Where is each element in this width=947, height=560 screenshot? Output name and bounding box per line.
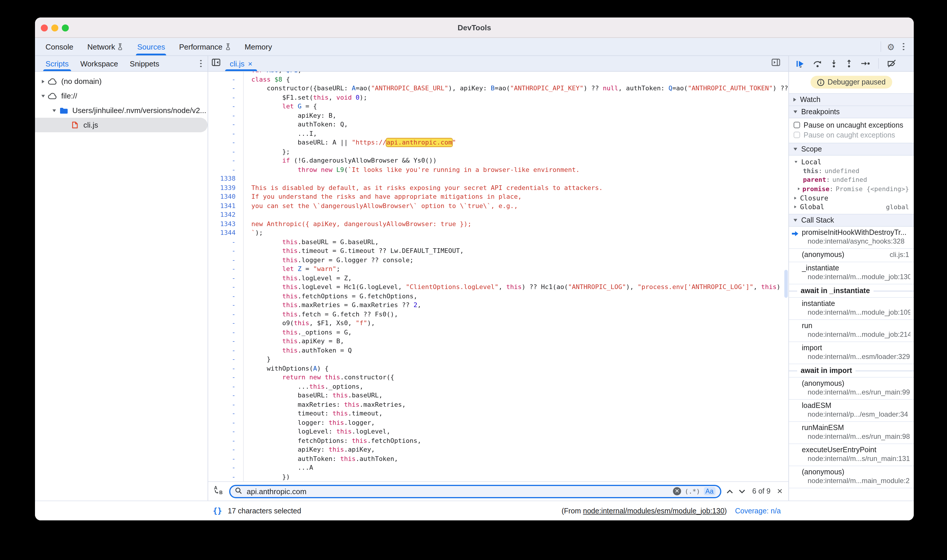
- gutter-line[interactable]: -: [208, 75, 236, 85]
- code-line-11[interactable]: if (!G.dangerouslyAllowBrowser && Ys0()): [251, 157, 788, 166]
- code-line-34[interactable]: withOptions(A) {: [251, 365, 788, 374]
- gutter-line[interactable]: -: [208, 148, 236, 157]
- code-line-12[interactable]: throw new L9(`It looks like you're runni…: [251, 166, 788, 175]
- tree-item-file-[interactable]: file://: [35, 89, 208, 103]
- search-field[interactable]: ✕ (.*) Aa: [229, 485, 721, 498]
- close-tab-icon[interactable]: ×: [248, 59, 253, 68]
- gutter-line[interactable]: -: [208, 383, 236, 392]
- pretty-print-icon[interactable]: {}: [213, 506, 222, 515]
- gear-icon[interactable]: ⚙: [887, 42, 895, 51]
- gutter-line[interactable]: -: [208, 157, 236, 166]
- code-line-26[interactable]: this.fetchOptions = G.fetchOptions,: [251, 292, 788, 301]
- gutter-line[interactable]: -: [208, 238, 236, 247]
- code-line-3[interactable]: constructor({baseURL: A=ao("ANTHROPIC_BA…: [251, 85, 788, 94]
- gutter-line[interactable]: -: [208, 85, 236, 94]
- code-line-15[interactable]: If you understand the risks and have app…: [251, 193, 788, 202]
- gutter-line[interactable]: 1341: [208, 202, 236, 211]
- match-case-toggle[interactable]: Aa: [703, 487, 715, 495]
- code-line-33[interactable]: }: [251, 355, 788, 365]
- gutter-line[interactable]: -: [208, 464, 236, 473]
- subtab-scripts[interactable]: Scripts: [40, 56, 74, 71]
- code-line-2[interactable]: class $8 {: [251, 75, 788, 85]
- code-line-46[interactable]: }): [251, 473, 788, 482]
- call-stack-frame[interactable]: instantiatenode:internal/m...module_job:…: [789, 298, 914, 320]
- code-line-43[interactable]: apiKey: this.apiKey,: [251, 446, 788, 455]
- code-line-42[interactable]: fetchOptions: this.fetchOptions,: [251, 437, 788, 446]
- gutter-line[interactable]: -: [208, 355, 236, 365]
- call-stack-frame[interactable]: (anonymous)node:internal/m...es/run_main…: [789, 378, 914, 400]
- replace-toggle-icon[interactable]: AB: [213, 485, 225, 498]
- gutter-line[interactable]: -: [208, 410, 236, 419]
- resume-button[interactable]: [796, 60, 805, 67]
- tab-memory[interactable]: Memory: [238, 38, 279, 55]
- section-breakpoints[interactable]: Breakpoints: [789, 106, 914, 118]
- code-line-9[interactable]: baseURL: A || "https://api.anthropic.com…: [251, 139, 788, 148]
- gutter-line[interactable]: -: [208, 166, 236, 175]
- code-editor[interactable]: ------------1338133913401341134213431344…: [208, 72, 788, 482]
- gutter-line[interactable]: 1340: [208, 193, 236, 202]
- call-stack-frame[interactable]: _instantiatenode:internal/m...module_job…: [789, 262, 914, 285]
- scope-prop-parent[interactable]: parent:undefined: [789, 175, 914, 185]
- code-line-22[interactable]: this.logger = G.logger ?? console;: [251, 256, 788, 265]
- code-line-18[interactable]: new Anthropic({ apiKey, dangerouslyAllow…: [251, 220, 788, 229]
- gutter-line[interactable]: -: [208, 247, 236, 256]
- gutter-line[interactable]: -: [208, 337, 236, 346]
- tab-sources[interactable]: Sources: [130, 38, 172, 55]
- gutter-line[interactable]: -: [208, 428, 236, 437]
- gutter-line[interactable]: -: [208, 112, 236, 121]
- code-line-32[interactable]: this.authToken = Q: [251, 346, 788, 355]
- chevron-down-icon[interactable]: [40, 94, 47, 98]
- gutter-line[interactable]: -: [208, 130, 236, 139]
- code-line-38[interactable]: maxRetries: this.maxRetries,: [251, 401, 788, 410]
- code-line-37[interactable]: baseURL: this.baseURL,: [251, 392, 788, 401]
- code-line-24[interactable]: this.logLevel = Z,: [251, 274, 788, 283]
- clear-search-icon[interactable]: ✕: [673, 487, 681, 495]
- code-line-23[interactable]: let Z = "warn";: [251, 265, 788, 274]
- code-line-20[interactable]: this.baseURL = G.baseURL,: [251, 238, 788, 247]
- more-menu-icon[interactable]: [901, 43, 907, 51]
- tree-item-users-jinhuilee-nvm-versions-node-v2-[interactable]: Users/jinhuilee/.nvm/versions/node/v2...: [35, 103, 208, 118]
- code-line-31[interactable]: this.apiKey = B,: [251, 337, 788, 346]
- code-line-36[interactable]: ...this._options,: [251, 383, 788, 392]
- code-line-21[interactable]: this.timeout = G.timeout ?? Lw.DEFAULT_T…: [251, 247, 788, 256]
- code-line-40[interactable]: logger: this.logger,: [251, 419, 788, 428]
- tab-console[interactable]: Console: [39, 38, 80, 55]
- gutter-line[interactable]: -: [208, 103, 236, 112]
- regex-toggle[interactable]: (.*): [685, 488, 700, 495]
- tree-item--no-domain-[interactable]: (no domain): [35, 74, 208, 89]
- code-line-14[interactable]: This is disabled by default, as it risks…: [251, 184, 788, 193]
- tab-cli-js[interactable]: cli.js ×: [224, 56, 258, 71]
- navigator-more-icon[interactable]: [198, 60, 208, 67]
- gutter-line[interactable]: -: [208, 274, 236, 283]
- gutter-line[interactable]: -: [208, 437, 236, 446]
- gutter-line[interactable]: -: [208, 419, 236, 428]
- gutter-line[interactable]: -: [208, 365, 236, 374]
- gutter-line[interactable]: -: [208, 283, 236, 292]
- scope-group-closure[interactable]: Closure: [789, 194, 914, 203]
- gutter-line[interactable]: -: [208, 72, 236, 75]
- hide-navigator-icon[interactable]: [212, 58, 221, 69]
- code-line-41[interactable]: logLevel: this.logLevel,: [251, 428, 788, 437]
- code-content[interactable]: var Xs0, $F1;class $8 { constructor({bas…: [244, 72, 788, 482]
- code-line-16[interactable]: you can set the \`dangerouslyAllowBrowse…: [251, 202, 788, 211]
- close-search-icon[interactable]: ×: [777, 486, 782, 496]
- code-line-28[interactable]: this.fetch = G.fetch ?? Fs0(),: [251, 310, 788, 319]
- gutter-line[interactable]: -: [208, 401, 236, 410]
- checkbox[interactable]: [794, 132, 800, 138]
- gutter-line[interactable]: -: [208, 94, 236, 103]
- step-into-button[interactable]: [830, 60, 837, 68]
- gutter-line[interactable]: -: [208, 455, 236, 464]
- chevron-down-icon[interactable]: [51, 109, 58, 112]
- gutter-line[interactable]: -: [208, 256, 236, 265]
- code-line-10[interactable]: };: [251, 148, 788, 157]
- line-number-gutter[interactable]: ------------1338133913401341134213431344…: [208, 72, 244, 482]
- code-line-1[interactable]: var Xs0, $F1;: [251, 72, 788, 75]
- code-line-5[interactable]: let G = {: [251, 103, 788, 112]
- gutter-line[interactable]: -: [208, 319, 236, 328]
- gutter-line[interactable]: 1344: [208, 229, 236, 238]
- call-stack-frame[interactable]: importnode:internal/m...esm/loader:329: [789, 342, 914, 364]
- gutter-line[interactable]: 1342: [208, 211, 236, 220]
- hide-debugger-sidebar-icon[interactable]: [771, 58, 780, 69]
- source-link[interactable]: node:internal/modules/esm/module_job:130: [583, 507, 725, 515]
- code-line-25[interactable]: this.logLevel = Hc1(G.logLevel, "ClientO…: [251, 283, 788, 292]
